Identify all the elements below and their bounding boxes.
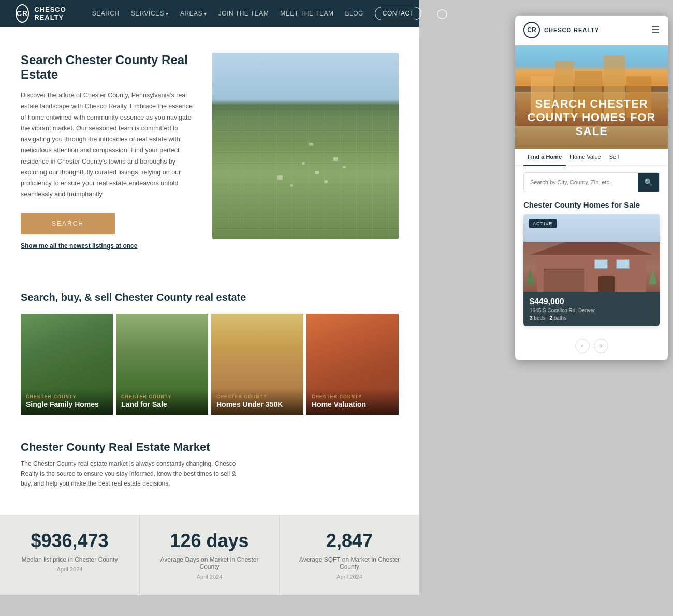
mobile-search-button[interactable]: 🔍: [638, 173, 659, 192]
mobile-nav: CR CHESCO REALTY ☰: [515, 16, 668, 45]
carousel-next-button[interactable]: ›: [594, 339, 608, 353]
mobile-carousel-nav: ‹ ›: [515, 334, 668, 360]
carousel-prev-button[interactable]: ‹: [575, 339, 590, 353]
mobile-listings-title: Chester County Homes for Sale: [515, 198, 668, 214]
nav-services[interactable]: SERVICES: [131, 10, 169, 17]
property-card-2[interactable]: CHESTER COUNTY Homes Under 350K: [211, 314, 303, 415]
property-title-2: Homes Under 350K: [216, 400, 298, 408]
properties-section-title: Search, buy, & sell Chester County real …: [21, 291, 399, 303]
mobile-listing-address: 1645 S Cocalico Rd, Denver: [530, 307, 653, 313]
hero-text-block: Search Chester County Real Estate Discov…: [21, 53, 197, 250]
properties-grid: CHESTER COUNTY Single Family Homes CHEST…: [21, 314, 399, 415]
mobile-listing-card[interactable]: ACTIVE $449,000 1645 S Cocalico Rd, Denv…: [523, 214, 660, 326]
stat-date-0: April 2024: [10, 566, 129, 573]
hero-body: Discover the allure of Chester County, P…: [21, 90, 197, 200]
property-card-0[interactable]: CHESTER COUNTY Single Family Homes: [21, 314, 113, 415]
stat-card-0: $936,473 Median list price in Chester Co…: [0, 515, 140, 595]
mobile-search-input[interactable]: [524, 174, 638, 190]
mobile-search-bar: 🔍: [523, 172, 660, 192]
mobile-brand-name: CHESCO REALTY: [544, 27, 647, 33]
market-section: Chester County Real Estate Market The Ch…: [0, 425, 419, 505]
property-card-overlay-3: CHESTER COUNTY Home Valuation: [306, 389, 399, 415]
property-county-2: CHESTER COUNTY: [216, 394, 298, 399]
nav-links: SEARCH SERVICES AREAS JOIN THE TEAM MEET…: [92, 7, 448, 20]
stat-label-2: Average SQFT on Market in Chester County: [290, 556, 409, 570]
market-title: Chester County Real Estate Market: [21, 441, 399, 454]
mobile-listing-beds: 3 beds 2 baths: [530, 315, 653, 321]
mobile-listing-info: $449,000 1645 S Cocalico Rd, Denver 3 be…: [523, 292, 660, 326]
newest-listings-link[interactable]: Show me all the newest listings at once: [21, 242, 137, 250]
market-desc: The Chester County real estate market is…: [21, 459, 248, 489]
mobile-hero-text: SEARCH CHESTER COUNTY HOMES FOR SALE: [525, 97, 657, 138]
stat-label-0: Median list price in Chester County: [10, 556, 129, 563]
stat-card-1: 126 days Average Days on Market in Chest…: [140, 515, 280, 595]
aerial-image: [212, 53, 399, 239]
mobile-tab-home-value[interactable]: Home Value: [566, 149, 605, 166]
nav-areas[interactable]: AREAS: [180, 10, 207, 17]
property-county-3: CHESTER COUNTY: [312, 394, 393, 399]
nav-search[interactable]: SEARCH: [92, 10, 120, 17]
main-nav: CR CHESCO REALTY SEARCH SERVICES AREAS J…: [0, 0, 419, 27]
nav-blog[interactable]: BLOG: [345, 10, 363, 17]
hero-search-button[interactable]: SEARCH: [21, 213, 115, 234]
property-card-3[interactable]: CHESTER COUNTY Home Valuation: [306, 314, 399, 415]
property-card-overlay-2: CHESTER COUNTY Homes Under 350K: [211, 389, 303, 415]
nav-contact-button[interactable]: CONTACT: [375, 7, 422, 20]
stat-date-1: April 2024: [150, 574, 269, 580]
property-title-1: Land for Sale: [121, 400, 203, 408]
property-card-overlay-1: CHESTER COUNTY Land for Sale: [116, 389, 208, 415]
mobile-hero: SEARCH CHESTER COUNTY HOMES FOR SALE: [515, 45, 668, 149]
mobile-tab-find-home[interactable]: Find a Home: [523, 149, 566, 166]
property-card-1[interactable]: CHESTER COUNTY Land for Sale: [116, 314, 208, 415]
stat-value-1: 126 days: [150, 530, 269, 552]
mobile-menu-icon[interactable]: ☰: [651, 24, 660, 36]
active-badge: ACTIVE: [529, 219, 557, 228]
property-county-0: CHESTER COUNTY: [26, 394, 108, 399]
hero-image: [212, 53, 399, 239]
mobile-preview: CR CHESCO REALTY ☰ SEARCH CHESTER COUNTY…: [515, 16, 668, 360]
mobile-listing-price: $449,000: [530, 297, 653, 306]
stat-value-0: $936,473: [10, 530, 129, 552]
stats-section: $936,473 Median list price in Chester Co…: [0, 515, 419, 595]
brand-name: CHESCO REALTY: [34, 6, 71, 21]
stat-label-1: Average Days on Market in Chester County: [150, 556, 269, 570]
nav-join-team[interactable]: JOIN THE TEAM: [218, 10, 269, 17]
stat-date-2: April 2024: [290, 574, 409, 580]
main-website: CR CHESCO REALTY SEARCH SERVICES AREAS J…: [0, 0, 419, 595]
stat-card-2: 2,847 Average SQFT on Market in Chester …: [280, 515, 419, 595]
mobile-logo-circle: CR: [523, 22, 540, 38]
properties-section: Search, buy, & sell Chester County real …: [0, 276, 419, 425]
logo-circle: CR: [16, 4, 29, 23]
nav-logo[interactable]: CR CHESCO REALTY: [16, 4, 71, 23]
property-county-1: CHESTER COUNTY: [121, 394, 203, 399]
property-title-3: Home Valuation: [312, 400, 393, 408]
mobile-tabs: Find a Home Home Value Sell: [515, 149, 668, 166]
stat-value-2: 2,847: [290, 530, 409, 552]
hero-title: Search Chester County Real Estate: [21, 53, 197, 82]
mobile-tab-sell[interactable]: Sell: [605, 149, 623, 166]
hero-section: Search Chester County Real Estate Discov…: [0, 27, 419, 276]
mobile-listing-image: ACTIVE: [523, 214, 660, 292]
property-title-0: Single Family Homes: [26, 400, 108, 408]
property-card-overlay-0: CHESTER COUNTY Single Family Homes: [21, 389, 113, 415]
nav-meet-team[interactable]: MEET THE TEAM: [280, 10, 333, 17]
user-icon[interactable]: ◯: [437, 8, 447, 19]
